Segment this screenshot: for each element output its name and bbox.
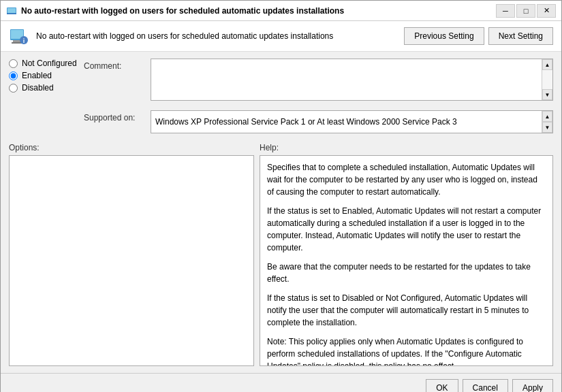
- next-setting-button[interactable]: Next Setting: [488, 27, 553, 45]
- supported-scrollbar: ▲ ▼: [542, 111, 552, 133]
- comment-label: Comment:: [84, 59, 145, 101]
- svg-text:i: i: [23, 37, 25, 44]
- radio-group: Not Configured Enabled Disabled: [9, 59, 80, 93]
- cancel-button[interactable]: Cancel: [463, 379, 508, 392]
- window-icon: [6, 5, 17, 16]
- enabled-label: Enabled: [22, 71, 52, 80]
- comment-content: [151, 59, 552, 100]
- comment-scroll-up[interactable]: ▲: [542, 59, 552, 70]
- main-section: Not Configured Enabled Disabled: [9, 59, 553, 139]
- title-bar-controls: ─ □ ✕: [496, 4, 556, 18]
- help-panel-wrapper: Help: Specifies that to complete a sched…: [260, 143, 553, 366]
- apply-button[interactable]: Apply: [512, 379, 553, 392]
- minimize-button[interactable]: ─: [496, 4, 515, 18]
- window-title: No auto-restart with logged on users for…: [21, 6, 496, 16]
- help-paragraph: Specifies that to complete a scheduled i…: [267, 161, 546, 198]
- maximize-button[interactable]: □: [516, 4, 535, 18]
- close-button[interactable]: ✕: [537, 4, 556, 18]
- supported-on-label: Supported on:: [84, 110, 145, 133]
- content-area: Not Configured Enabled Disabled: [1, 52, 561, 373]
- header-buttons: Previous Setting Next Setting: [404, 27, 553, 45]
- not-configured-radio[interactable]: [9, 59, 18, 68]
- disabled-radio-label[interactable]: Disabled: [9, 83, 80, 93]
- supported-scroll-up[interactable]: ▲: [542, 111, 552, 122]
- header-bar: i No auto-restart with logged on users f…: [1, 21, 561, 52]
- enabled-radio-label[interactable]: Enabled: [9, 71, 80, 80]
- help-paragraph: If the status is set to Enabled, Automat…: [267, 205, 546, 254]
- comment-scroll-down[interactable]: ▼: [542, 89, 552, 100]
- supported-on-text: Windows XP Professional Service Pack 1 o…: [155, 117, 457, 127]
- options-panel: [9, 155, 254, 366]
- options-panel-wrapper: Options:: [9, 143, 254, 366]
- comment-field-wrapper: ▲ ▼: [151, 59, 553, 101]
- svg-rect-2: [7, 13, 16, 14]
- options-help-section: Options: Help: Specifies that to complet…: [9, 143, 553, 366]
- main-window: No auto-restart with logged on users for…: [0, 0, 562, 392]
- comment-field-container: ▲ ▼: [151, 59, 553, 101]
- supported-scroll-down[interactable]: ▼: [542, 122, 552, 133]
- help-paragraph: Be aware that the computer needs to be r…: [267, 261, 546, 285]
- supported-on-section: Supported on: Windows XP Professional Se…: [84, 110, 553, 133]
- right-panel: Comment: ▲ ▼: [84, 59, 553, 139]
- help-paragraph: Note: This policy applies only when Auto…: [267, 336, 546, 366]
- help-panel: Specifies that to complete a scheduled i…: [260, 155, 553, 366]
- disabled-radio[interactable]: [9, 84, 18, 93]
- comment-scrollbar: ▲ ▼: [542, 59, 552, 100]
- enabled-radio[interactable]: [9, 71, 18, 80]
- svg-rect-1: [7, 8, 16, 13]
- supported-on-content: Windows XP Professional Service Pack 1 o…: [151, 111, 552, 133]
- disabled-label: Disabled: [22, 83, 54, 93]
- comment-section: Comment: ▲ ▼: [84, 59, 553, 101]
- header-title: No auto-restart with logged on users for…: [36, 31, 396, 41]
- right-panel-inner: Comment: ▲ ▼: [84, 59, 553, 139]
- supported-on-container: Windows XP Professional Service Pack 1 o…: [151, 110, 553, 133]
- ok-button[interactable]: OK: [426, 379, 458, 392]
- radio-panel: Not Configured Enabled Disabled: [9, 59, 84, 139]
- not-configured-label: Not Configured: [22, 59, 77, 68]
- header-icon: i: [9, 27, 28, 46]
- options-header: Options:: [9, 143, 254, 152]
- supported-on-field-wrapper: Windows XP Professional Service Pack 1 o…: [151, 110, 553, 133]
- title-bar: No auto-restart with logged on users for…: [1, 1, 561, 21]
- help-header: Help:: [260, 143, 553, 152]
- footer: OK Cancel Apply: [1, 373, 561, 392]
- help-paragraph: If the status is set to Disabled or Not …: [267, 292, 546, 329]
- previous-setting-button[interactable]: Previous Setting: [404, 27, 484, 45]
- not-configured-radio-label[interactable]: Not Configured: [9, 59, 80, 68]
- comment-scroll-track: [542, 70, 552, 89]
